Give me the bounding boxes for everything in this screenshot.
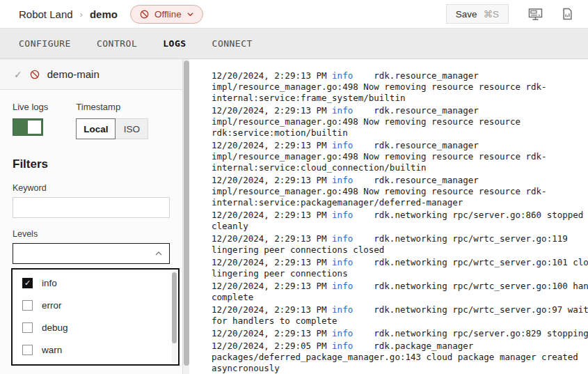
log-level: info [332, 233, 353, 244]
log-level: info [332, 105, 353, 116]
log-level: info [332, 304, 353, 315]
part-no-signal-icon [29, 69, 40, 80]
tab-configure[interactable]: CONFIGURE [19, 38, 71, 49]
timestamp-option-iso[interactable]: ISO [116, 118, 148, 139]
tab-control[interactable]: CONTROL [97, 38, 137, 49]
breadcrumb-root[interactable]: Robot Land [19, 8, 73, 20]
level-option-label: warn [42, 345, 62, 355]
level-option-label: info [42, 278, 57, 288]
level-checkbox-info[interactable] [22, 278, 33, 288]
log-timestamp: 12/20/2024, 2:29:05 PM [212, 341, 327, 351]
timestamp-option-local[interactable]: Local [76, 118, 116, 139]
part-row-demo-main[interactable]: ✓ demo-main [0, 59, 182, 90]
live-logs-label: Live logs [13, 102, 48, 112]
log-list: 12/20/2024, 2:29:13 PMinfordk.resource_m… [212, 70, 588, 374]
level-option-debug[interactable]: debug [13, 316, 178, 338]
log-entry: 12/20/2024, 2:29:13 PMinfordk.resource_m… [212, 105, 588, 139]
level-checkbox-warn[interactable] [22, 345, 33, 355]
top-bar: Robot Land › demo Offline Save ⌘S [0, 0, 588, 28]
level-option-label: error [42, 300, 62, 311]
log-pane: 12/20/2024, 2:29:13 PMinfordk.resource_m… [189, 59, 588, 374]
live-logs-toggle[interactable] [13, 118, 43, 136]
log-timestamp: 12/20/2024, 2:29:13 PM [212, 140, 327, 150]
document-chart-icon[interactable] [562, 8, 573, 20]
log-entry: 12/20/2024, 2:29:13 PMinfordk.resource_m… [212, 140, 588, 173]
level-option-label: debug [42, 322, 68, 333]
log-level: info [332, 210, 353, 220]
log-scrollbar[interactable] [182, 59, 189, 374]
log-timestamp: 12/20/2024, 2:29:13 PM [212, 70, 327, 81]
tab-bar: CONFIGURE CONTROL LOGS CONNECT [0, 28, 588, 59]
log-timestamp: 12/20/2024, 2:29:13 PM [212, 233, 327, 244]
log-entry: 12/20/2024, 2:29:13 PMinfordk.resource_m… [212, 175, 588, 208]
chevron-up-icon [154, 249, 163, 258]
level-checkbox-debug[interactable] [22, 322, 33, 333]
log-entry: 12/20/2024, 2:29:13 PMinfordk.networking… [212, 328, 588, 339]
toggle-knob [28, 120, 41, 134]
log-timestamp: 12/20/2024, 2:29:13 PM [212, 175, 327, 185]
levels-dropdown: info error debug warn [11, 268, 180, 366]
timestamp-segmented-control: Local ISO [76, 118, 148, 139]
status-badge-label: Offline [154, 9, 182, 20]
log-level: info [332, 140, 353, 150]
log-timestamp: 12/20/2024, 2:29:13 PM [212, 328, 327, 338]
level-option-warn[interactable]: warn [13, 338, 178, 361]
log-level: info [332, 341, 353, 351]
levels-select[interactable] [13, 243, 170, 264]
log-entry: 12/20/2024, 2:29:05 PMinfordk.package_ma… [212, 341, 588, 374]
tab-logs[interactable]: LOGS [163, 38, 186, 49]
log-message: rdk.networking rpc/server.go:829 stoppin… [374, 328, 588, 338]
app-window: Robot Land › demo Offline Save ⌘S [0, 0, 588, 374]
dropdown-scrollbar[interactable] [172, 271, 177, 363]
save-button[interactable]: Save ⌘S [446, 4, 509, 24]
log-timestamp: 12/20/2024, 2:29:13 PM [212, 257, 327, 267]
timestamp-label: Timestamp [76, 102, 148, 112]
log-scrollbar-thumb[interactable] [184, 61, 189, 366]
breadcrumb-current: demo [90, 8, 118, 20]
log-timestamp: 12/20/2024, 2:29:13 PM [212, 210, 327, 220]
logs-sidebar: ✓ demo-main Live logs Timestamp Local [0, 59, 182, 374]
save-shortcut: ⌘S [483, 8, 499, 20]
part-name: demo-main [47, 68, 100, 80]
keyword-label: Keyword [13, 183, 170, 193]
log-entry: 12/20/2024, 2:29:13 PMinfordk.networking… [212, 233, 588, 256]
chevron-down-icon [186, 10, 194, 18]
breadcrumb-chevron-icon: › [80, 9, 83, 20]
log-level: info [332, 281, 353, 291]
monitor-icon[interactable] [528, 8, 543, 21]
dropdown-scrollbar-thumb[interactable] [172, 272, 177, 343]
level-option-info[interactable]: info [13, 272, 178, 294]
filters-title: Filters [13, 157, 170, 171]
log-timestamp: 12/20/2024, 2:29:13 PM [212, 281, 327, 291]
log-entry: 12/20/2024, 2:29:13 PMinfordk.networking… [212, 304, 588, 327]
levels-label: Levels [13, 229, 170, 239]
log-level: info [332, 70, 353, 81]
log-timestamp: 12/20/2024, 2:29:13 PM [212, 105, 327, 116]
check-icon: ✓ [14, 69, 22, 80]
tab-connect[interactable]: CONNECT [212, 38, 253, 49]
log-entry: 12/20/2024, 2:29:13 PMinfordk.resource_m… [212, 70, 588, 104]
status-badge[interactable]: Offline [130, 5, 203, 24]
no-signal-icon [139, 9, 150, 20]
log-level: info [332, 175, 353, 185]
save-button-label: Save [456, 9, 477, 20]
level-option-error[interactable]: error [13, 294, 178, 316]
log-level: info [332, 257, 353, 267]
log-entry: 12/20/2024, 2:29:13 PMinfordk.networking… [212, 257, 588, 279]
log-entry: 12/20/2024, 2:29:13 PMinfordk.networking… [212, 281, 588, 303]
keyword-input[interactable] [13, 197, 170, 218]
log-entry: 12/20/2024, 2:29:13 PMinfordk.networking… [212, 210, 588, 232]
log-timestamp: 12/20/2024, 2:29:13 PM [212, 304, 327, 315]
log-level: info [332, 328, 353, 338]
level-checkbox-error[interactable] [22, 300, 33, 311]
